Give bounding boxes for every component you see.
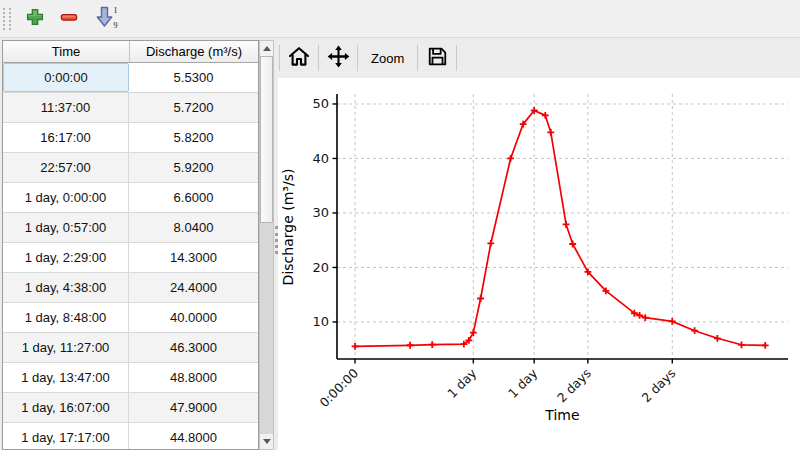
column-header-time[interactable]: Time bbox=[3, 41, 130, 62]
time-cell[interactable]: 11:37:00 bbox=[3, 93, 129, 122]
data-line bbox=[355, 111, 765, 347]
save-icon bbox=[427, 46, 448, 71]
time-cell[interactable]: 16:17:00 bbox=[3, 123, 129, 152]
main-toolbar: 1 9 bbox=[0, 0, 800, 38]
y-axis-label: Discharge (m³/s) bbox=[280, 169, 296, 286]
discharge-cell[interactable]: 6.6000 bbox=[129, 183, 258, 212]
table-row[interactable]: 1 day, 2:29:0014.3000 bbox=[3, 243, 258, 273]
data-marker bbox=[542, 112, 549, 119]
arrow-up-icon bbox=[263, 46, 271, 51]
table-scrollbar[interactable] bbox=[259, 40, 274, 450]
discharge-cell[interactable]: 5.8200 bbox=[129, 123, 258, 152]
timeseries-table: Time Discharge (m³/s) 0:00:005.530011:37… bbox=[2, 40, 259, 450]
discharge-cell[interactable]: 14.3000 bbox=[129, 243, 258, 272]
x-tick-label: 1 day bbox=[505, 365, 541, 401]
data-marker bbox=[547, 129, 554, 136]
table-row[interactable]: 11:37:005.7200 bbox=[3, 93, 258, 123]
x-axis-label: Time bbox=[544, 407, 579, 423]
discharge-cell[interactable]: 24.4000 bbox=[129, 273, 258, 302]
table-body: 0:00:005.530011:37:005.720016:17:005.820… bbox=[3, 63, 258, 450]
add-row-button[interactable] bbox=[21, 5, 49, 33]
data-marker bbox=[477, 295, 484, 302]
sort-ascending-icon: 1 9 bbox=[93, 5, 120, 33]
table-row[interactable]: 1 day, 16:07:0047.9000 bbox=[3, 393, 258, 423]
time-cell[interactable]: 1 day, 2:29:00 bbox=[3, 243, 129, 272]
time-cell[interactable]: 1 day, 0:00:00 bbox=[3, 183, 129, 212]
x-tick-label: 1 day bbox=[444, 365, 480, 401]
table-row[interactable]: 1 day, 8:48:0040.0000 bbox=[3, 303, 258, 333]
discharge-cell[interactable]: 47.9000 bbox=[129, 393, 258, 422]
time-cell[interactable]: 1 day, 0:57:00 bbox=[3, 213, 129, 242]
y-tick-label: 30 bbox=[312, 205, 329, 220]
time-cell[interactable]: 1 day, 17:17:00 bbox=[3, 423, 129, 450]
data-marker bbox=[714, 335, 721, 342]
table-row[interactable]: 1 day, 0:57:008.0400 bbox=[3, 213, 258, 243]
discharge-cell[interactable]: 5.9200 bbox=[129, 153, 258, 182]
discharge-cell[interactable]: 8.0400 bbox=[129, 213, 258, 242]
time-cell[interactable]: 1 day, 11:27:00 bbox=[3, 333, 129, 362]
svg-text:9: 9 bbox=[113, 21, 117, 29]
y-tick-label: 10 bbox=[312, 314, 329, 329]
data-marker bbox=[507, 155, 514, 162]
chart-figure: 10203040500:00:001 day1 day2 days2 daysD… bbox=[278, 78, 800, 450]
time-cell[interactable]: 0:00:00 bbox=[3, 63, 129, 92]
table-header: Time Discharge (m³/s) bbox=[3, 41, 258, 63]
toolbar-separator bbox=[456, 45, 457, 71]
y-tick-label: 40 bbox=[312, 151, 329, 166]
home-icon bbox=[288, 46, 310, 71]
table-row[interactable]: 1 day, 4:38:0024.4000 bbox=[3, 273, 258, 303]
y-tick-label: 20 bbox=[312, 260, 329, 275]
table-row[interactable]: 16:17:005.8200 bbox=[3, 123, 258, 153]
time-cell[interactable]: 1 day, 13:47:00 bbox=[3, 363, 129, 392]
sort-ascending-button[interactable]: 1 9 bbox=[89, 5, 123, 33]
scrollbar-thumb[interactable] bbox=[260, 56, 273, 223]
arrow-down-icon bbox=[263, 439, 271, 444]
data-marker bbox=[563, 221, 570, 228]
data-marker bbox=[407, 342, 414, 349]
x-tick-label: 2 days bbox=[639, 366, 679, 406]
x-tick-label: 2 days bbox=[554, 366, 594, 406]
table-row[interactable]: 1 day, 11:27:0046.3000 bbox=[3, 333, 258, 363]
zoom-button[interactable]: Zoom bbox=[358, 43, 417, 73]
discharge-cell[interactable]: 48.8000 bbox=[129, 363, 258, 392]
discharge-cell[interactable]: 40.0000 bbox=[129, 303, 258, 332]
toolbar-grip[interactable] bbox=[3, 8, 11, 30]
data-marker bbox=[429, 341, 436, 348]
table-row[interactable]: 1 day, 13:47:0048.8000 bbox=[3, 363, 258, 393]
column-header-discharge[interactable]: Discharge (m³/s) bbox=[130, 41, 258, 62]
minus-icon bbox=[59, 7, 79, 31]
time-cell[interactable]: 1 day, 8:48:00 bbox=[3, 303, 129, 332]
y-tick-label: 50 bbox=[312, 96, 329, 111]
table-row[interactable]: 22:57:005.9200 bbox=[3, 153, 258, 183]
plus-icon bbox=[25, 7, 45, 31]
data-marker bbox=[691, 327, 698, 334]
discharge-chart[interactable]: 10203040500:00:001 day1 day2 days2 daysD… bbox=[278, 78, 800, 450]
time-cell[interactable]: 1 day, 4:38:00 bbox=[3, 273, 129, 302]
data-marker bbox=[569, 241, 576, 248]
table-row[interactable]: 0:00:005.5300 bbox=[3, 63, 258, 93]
pan-button[interactable] bbox=[319, 43, 357, 73]
chart-toolbar: Zoom bbox=[279, 42, 457, 74]
x-tick-label: 0:00:00 bbox=[316, 365, 361, 410]
save-button[interactable] bbox=[418, 43, 456, 73]
table-row[interactable]: 1 day, 0:00:006.6000 bbox=[3, 183, 258, 213]
data-marker bbox=[669, 318, 676, 325]
pan-move-icon bbox=[327, 45, 350, 72]
scroll-down-button[interactable] bbox=[260, 434, 273, 449]
data-marker bbox=[738, 341, 745, 348]
data-marker bbox=[352, 343, 359, 350]
svg-text:1: 1 bbox=[113, 6, 117, 15]
table-row[interactable]: 1 day, 17:17:0044.8000 bbox=[3, 423, 258, 450]
zoom-button-label: Zoom bbox=[371, 51, 404, 66]
data-marker bbox=[487, 240, 494, 247]
scroll-up-button[interactable] bbox=[260, 41, 273, 56]
discharge-cell[interactable]: 46.3000 bbox=[129, 333, 258, 362]
time-cell[interactable]: 22:57:00 bbox=[3, 153, 129, 182]
data-marker bbox=[762, 342, 769, 349]
time-cell[interactable]: 1 day, 16:07:00 bbox=[3, 393, 129, 422]
discharge-cell[interactable]: 5.5300 bbox=[129, 63, 258, 92]
home-button[interactable] bbox=[280, 43, 318, 73]
discharge-cell[interactable]: 5.7200 bbox=[129, 93, 258, 122]
remove-row-button[interactable] bbox=[55, 5, 83, 33]
discharge-cell[interactable]: 44.8000 bbox=[129, 423, 258, 450]
